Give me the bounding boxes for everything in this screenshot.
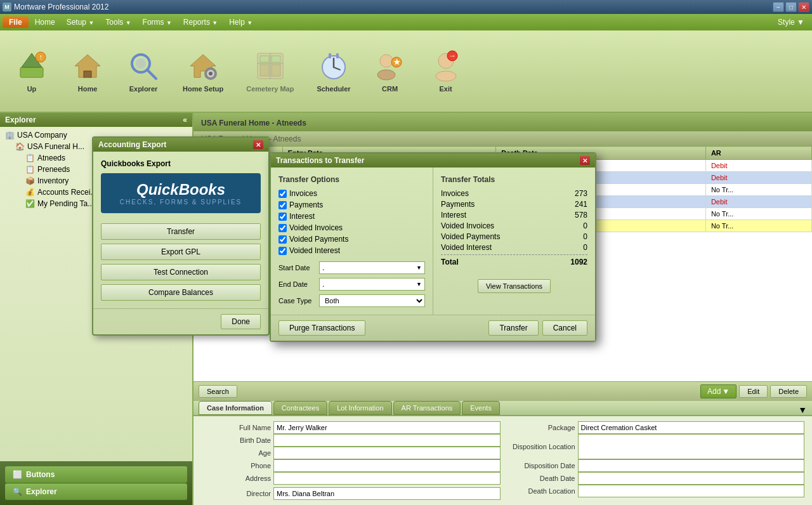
done-button[interactable]: Done (221, 314, 261, 329)
voided-interest-total-row: Voided Interest 0 (441, 243, 587, 252)
interest-total-value: 578 (575, 211, 587, 220)
quickbooks-logo: QuickBooks CHECKS, FORMS & SUPPLIES (101, 173, 261, 213)
totals-divider (441, 254, 587, 255)
invoices-total-label: Invoices (441, 189, 469, 198)
compare-balances-button[interactable]: Compare Balances (101, 284, 261, 301)
payments-total-value: 241 (575, 200, 587, 209)
invoices-checkbox-row: Invoices (278, 189, 425, 198)
invoices-checkbox-label: Invoices (289, 189, 317, 198)
interest-checkbox-row: Interest (278, 212, 425, 221)
start-date-input[interactable]: . ▼ (319, 261, 425, 274)
transfer-confirm-button[interactable]: Transfer (488, 320, 538, 336)
end-date-row: End Date . ▼ (278, 278, 425, 291)
interest-checkbox[interactable] (278, 213, 287, 221)
voided-invoices-checkbox-label: Voided Invoices (289, 223, 343, 232)
voided-invoices-total-row: Voided Invoices 0 (441, 221, 587, 230)
transfer-footer: Purge Transactions Transfer Cancel (271, 315, 595, 341)
case-type-row: Case Type Both Atneeds Preneeds (278, 294, 425, 307)
transfer-button[interactable]: Transfer (101, 223, 261, 240)
view-transactions-button[interactable]: View Transactions (478, 279, 551, 293)
start-date-arrow[interactable]: ▼ (416, 265, 422, 271)
interest-total-row: Interest 578 (441, 211, 587, 220)
transfer-totals-panel: Transfer Totals Invoices 273 Payments 24… (433, 167, 595, 315)
total-row: Total 1092 (441, 258, 587, 266)
transfer-options-title: Transfer Options (278, 175, 425, 184)
total-label: Total (441, 258, 459, 266)
end-date-label: End Date (278, 280, 317, 288)
qb-logo-sub: CHECKS, FORMS & SUPPLIES (111, 199, 251, 206)
transfer-dialog-close[interactable]: ✕ (580, 156, 590, 165)
voided-invoices-total-label: Voided Invoices (441, 221, 494, 230)
accounting-export-title-text: Accounting Export (98, 140, 166, 149)
accounting-export-close[interactable]: ✕ (253, 140, 263, 149)
start-date-label: Start Date (278, 264, 317, 272)
case-type-label: Case Type (278, 297, 317, 305)
voided-payments-total-value: 0 (583, 232, 587, 241)
modal-backdrop: Accounting Export ✕ Quickbooks Export Qu… (0, 0, 812, 505)
transfer-totals-title: Transfer Totals (441, 175, 587, 184)
invoices-total-value: 273 (575, 189, 587, 198)
voided-payments-checkbox-row: Voided Payments (278, 235, 425, 244)
quickbooks-section-label: Quickbooks Export (101, 159, 261, 168)
case-type-select[interactable]: Both Atneeds Preneeds (319, 294, 425, 307)
voided-payments-total-row: Voided Payments 0 (441, 232, 587, 241)
transfer-body: Transfer Options Invoices Payments Inter… (271, 167, 595, 315)
invoices-total-row: Invoices 273 (441, 189, 587, 198)
export-gpl-button[interactable]: Export GPL (101, 244, 261, 260)
payments-checkbox-row: Payments (278, 200, 425, 209)
voided-payments-checkbox-label: Voided Payments (289, 235, 348, 244)
voided-interest-checkbox[interactable] (278, 247, 287, 255)
transfer-options-panel: Transfer Options Invoices Payments Inter… (271, 167, 433, 315)
accounting-export-dialog: Accounting Export ✕ Quickbooks Export Qu… (92, 136, 270, 336)
end-date-input[interactable]: . ▼ (319, 278, 425, 291)
transfer-dialog: Transactions to Transfer ✕ Transfer Opti… (270, 152, 596, 342)
test-connection-button[interactable]: Test Connection (101, 264, 261, 280)
payments-total-row: Payments 241 (441, 200, 587, 209)
total-value: 1092 (570, 258, 587, 266)
purge-transactions-button[interactable]: Purge Transactions (278, 320, 365, 336)
transfer-dialog-title: Transactions to Transfer ✕ (271, 154, 595, 167)
payments-checkbox-label: Payments (289, 200, 323, 209)
interest-total-label: Interest (441, 211, 466, 220)
accounting-export-footer: Done (93, 308, 268, 334)
voided-interest-checkbox-row: Voided Interest (278, 246, 425, 255)
voided-interest-checkbox-label: Voided Interest (289, 246, 340, 255)
invoices-checkbox[interactable] (278, 190, 287, 198)
start-date-row: Start Date . ▼ (278, 261, 425, 274)
voided-payments-checkbox[interactable] (278, 235, 287, 244)
transfer-dialog-title-text: Transactions to Transfer (276, 156, 364, 165)
accounting-export-title: Accounting Export ✕ (93, 138, 268, 152)
cancel-button[interactable]: Cancel (542, 320, 587, 336)
payments-checkbox[interactable] (278, 201, 287, 209)
qb-logo-text: QuickBooks (111, 181, 251, 199)
voided-invoices-checkbox-row: Voided Invoices (278, 223, 425, 232)
voided-invoices-checkbox[interactable] (278, 224, 287, 232)
voided-interest-total-value: 0 (583, 243, 587, 252)
end-date-arrow[interactable]: ▼ (416, 281, 422, 287)
payments-total-label: Payments (441, 200, 475, 209)
voided-interest-total-label: Voided Interest (441, 243, 492, 252)
voided-payments-total-label: Voided Payments (441, 232, 500, 241)
interest-checkbox-label: Interest (289, 212, 315, 221)
accounting-export-content: Quickbooks Export QuickBooks CHECKS, FOR… (93, 152, 268, 308)
voided-invoices-total-value: 0 (583, 221, 587, 230)
